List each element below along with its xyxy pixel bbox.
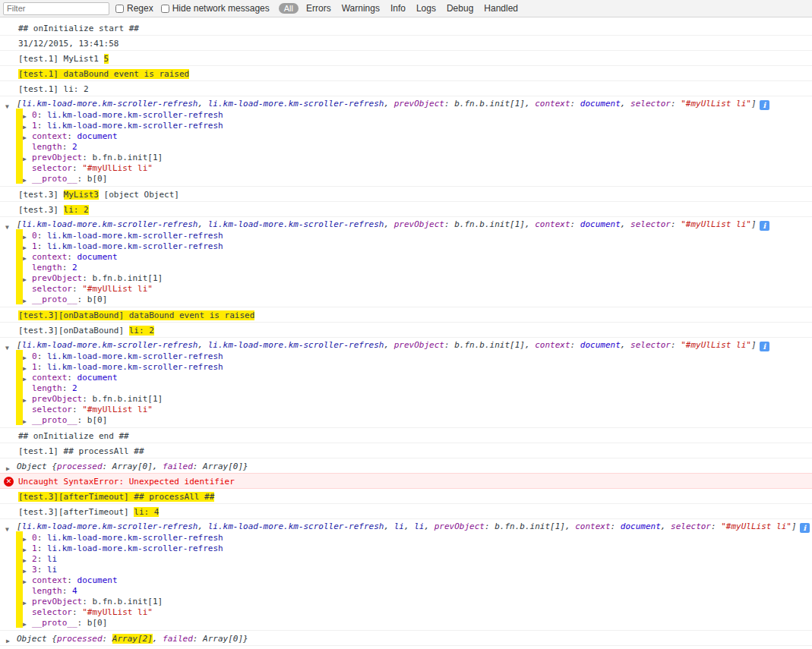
hide-network-checkbox-label[interactable]: Hide network messages bbox=[161, 3, 270, 14]
message-text: ] bbox=[751, 99, 757, 109]
message-text: 3 bbox=[32, 565, 37, 575]
object-state-info-icon[interactable]: i bbox=[760, 100, 769, 110]
message-text: 1 bbox=[32, 121, 37, 131]
highlighted-text: li: 2 bbox=[64, 205, 89, 215]
message-text: [test.3][onDataBound] bbox=[18, 326, 129, 336]
object-state-info-icon[interactable]: i bbox=[800, 523, 810, 533]
message-text: "#myUlList li" bbox=[681, 340, 751, 350]
message-text: li.km-load-more.km-scroller-refresh bbox=[208, 521, 384, 531]
regex-checkbox[interactable] bbox=[115, 5, 124, 13]
highlighted-text: Array[2] bbox=[112, 634, 153, 644]
expand-triangle-icon[interactable]: ▶ bbox=[23, 296, 27, 307]
error-icon: ✕ bbox=[4, 477, 14, 487]
console-message-row: [test.1] dataBound event is raised bbox=[0, 66, 812, 81]
message-text: li.km-load-more.km-scroller-refresh bbox=[47, 351, 223, 361]
expand-triangle-icon[interactable]: ▶ bbox=[23, 417, 27, 427]
message-text: : bbox=[671, 340, 681, 350]
highlighted-text: [test.1] dataBound event is raised bbox=[18, 69, 189, 79]
message-text: li.km-load-more.km-scroller-refresh bbox=[47, 231, 223, 241]
message-text: context bbox=[32, 575, 67, 585]
message-text: li.km-load-more.km-scroller-refresh bbox=[22, 219, 198, 229]
message-text: : bbox=[77, 415, 87, 425]
filter-all-button[interactable]: All bbox=[279, 3, 299, 14]
message-text: ## onInitialize end ## bbox=[18, 431, 129, 441]
expand-triangle-icon[interactable]: ▶ bbox=[23, 175, 27, 186]
message-text: prevObject bbox=[32, 394, 82, 404]
expand-triangle-icon[interactable]: ▶ bbox=[6, 463, 10, 474]
message-text: 2 bbox=[72, 263, 77, 273]
object-preview-row: ▼[li.km-load-more.km-scroller-refresh, l… bbox=[0, 521, 812, 533]
message-text: : bbox=[671, 219, 681, 229]
message-text: b[0] bbox=[87, 415, 108, 425]
message-text: : bbox=[82, 394, 92, 404]
message-text: : bbox=[82, 597, 92, 606]
message-text: [test.1] MyList1 bbox=[18, 54, 104, 64]
filter-info-button[interactable]: Info bbox=[390, 3, 406, 14]
message-text: : bbox=[67, 373, 77, 383]
object-property-row: ▶3: li bbox=[0, 565, 812, 575]
message-text: ] bbox=[751, 219, 757, 229]
filter-warnings-button[interactable]: Warnings bbox=[342, 3, 380, 14]
message-text: , bbox=[197, 340, 207, 350]
message-text: selector bbox=[32, 163, 72, 173]
message-text: b.fn.b.init[1] bbox=[92, 394, 163, 404]
message-text: li.km-load-more.km-scroller-refresh bbox=[47, 362, 223, 372]
message-text: b.fn.b.init[1] bbox=[454, 99, 525, 109]
object-property-row: length: 2 bbox=[0, 142, 812, 153]
message-text: b.fn.b.init[1] bbox=[454, 219, 525, 229]
object-property-row: selector: "#myUlList li" bbox=[0, 284, 812, 295]
filter-logs-button[interactable]: Logs bbox=[416, 3, 436, 14]
message-text: : bbox=[77, 618, 87, 628]
message-text: length bbox=[32, 383, 62, 393]
console-message-row: [test.3][onDataBound] dataBound event is… bbox=[0, 307, 812, 323]
message-text: document bbox=[77, 131, 118, 141]
message-text: Object { bbox=[17, 634, 57, 644]
message-text: li bbox=[394, 521, 404, 531]
message-text: 1 bbox=[32, 241, 37, 251]
message-text: : bbox=[62, 142, 72, 152]
object-property-row: selector: "#myUlList li" bbox=[0, 163, 812, 174]
message-text: selector bbox=[32, 607, 72, 617]
message-text: : bbox=[72, 163, 82, 173]
message-text: b.fn.b.init[1] bbox=[92, 153, 163, 162]
message-text: "#myUlList li" bbox=[721, 521, 791, 531]
message-text: li.km-load-more.km-scroller-refresh bbox=[47, 121, 223, 131]
message-text: , bbox=[197, 219, 207, 229]
expand-triangle-icon[interactable]: ▶ bbox=[23, 619, 27, 630]
message-text: : bbox=[570, 340, 580, 350]
object-state-info-icon[interactable]: i bbox=[760, 342, 769, 351]
console-message-row: [test.1] MyList1 5 bbox=[0, 51, 812, 66]
message-text: , bbox=[565, 521, 575, 531]
message-text: b[0] bbox=[87, 618, 108, 628]
message-text: : bbox=[67, 575, 77, 585]
filter-input[interactable] bbox=[3, 2, 109, 15]
filter-errors-button[interactable]: Errors bbox=[306, 3, 331, 14]
filter-handled-button[interactable]: Handled bbox=[484, 3, 518, 14]
expand-triangle-icon[interactable]: ▶ bbox=[6, 635, 10, 646]
message-text: prevObject bbox=[32, 597, 82, 606]
console-prompt[interactable]: > bbox=[0, 646, 812, 649]
message-text: , bbox=[384, 99, 393, 109]
message-text: selector bbox=[671, 521, 711, 531]
message-text: context bbox=[535, 219, 570, 229]
object-state-info-icon[interactable]: i bbox=[760, 221, 769, 231]
filter-debug-button[interactable]: Debug bbox=[447, 3, 473, 14]
object-property-row: ▶0: li.km-load-more.km-scroller-refresh bbox=[0, 351, 812, 362]
message-text: : bbox=[37, 362, 47, 372]
hide-network-checkbox[interactable] bbox=[161, 5, 169, 13]
message-text: [ bbox=[17, 219, 22, 229]
message-text: , bbox=[197, 99, 207, 109]
message-text: } bbox=[243, 634, 248, 644]
message-text: : bbox=[67, 131, 77, 141]
console-messages-list: ## onInitialize start ##31/12/2015, 13:4… bbox=[0, 20, 812, 649]
message-text: "#myUlList li" bbox=[82, 284, 153, 294]
message-text: li.km-load-more.km-scroller-refresh bbox=[22, 340, 198, 350]
message-text: : bbox=[570, 219, 580, 229]
message-text: b.fn.b.init[1] bbox=[454, 340, 525, 350]
message-text: : bbox=[570, 99, 580, 109]
regex-checkbox-label[interactable]: Regex bbox=[115, 3, 153, 14]
message-text: : bbox=[37, 241, 47, 251]
message-text: "#myUlList li" bbox=[82, 163, 153, 173]
console-message-row: [test.3] li: 2 bbox=[0, 202, 812, 217]
message-text: : bbox=[62, 263, 72, 273]
